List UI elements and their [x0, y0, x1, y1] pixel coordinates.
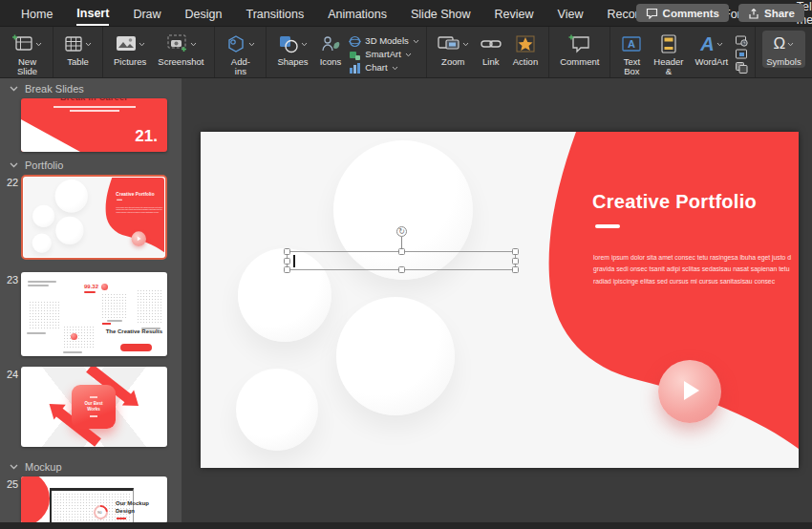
menu-transitions[interactable]: Transitions — [246, 2, 304, 25]
icons-button[interactable]: Icons — [316, 31, 346, 68]
comments-label: Comments — [663, 8, 719, 19]
menu-view[interactable]: View — [558, 2, 584, 25]
smartart-label: SmartArt — [365, 50, 400, 59]
shapes-icon — [278, 34, 299, 53]
slide-24-number: 24 — [0, 367, 21, 447]
slide-body-text[interactable]: lorem ipsum dolor sita amet consec tetu … — [593, 252, 799, 287]
share-label: Share — [764, 8, 795, 19]
section-collapse-icon — [10, 86, 18, 92]
slide-22-thumbnail-selected[interactable]: Creative Portfolio lorem ipsum dolor sit… — [21, 175, 167, 260]
thumb22-title: Creative Portfolio — [116, 192, 154, 197]
menu-bar: Home Insert Draw Design Transitions Anim… — [0, 0, 812, 27]
chevron-down-icon — [35, 42, 42, 47]
menu-draw[interactable]: Draw — [133, 2, 160, 25]
slide-23-thumbnail[interactable]: 99.32 The Creative Results — [21, 272, 167, 356]
editing-canvas[interactable]: Symbols Creative Portfolio lorem ipsum d… — [182, 78, 812, 528]
symbols-button[interactable]: Ω Symbols — [762, 31, 804, 68]
action-button[interactable]: Action — [509, 31, 542, 68]
body-line: lorem ipsum dolor sita amet consec tetu … — [593, 252, 799, 264]
date-time-button[interactable] — [736, 35, 748, 47]
selected-text-box[interactable]: ↻ — [287, 251, 516, 270]
table-button[interactable]: Table — [60, 31, 96, 68]
rotation-handle[interactable]: ↻ — [396, 226, 407, 237]
text-box-icon: A — [621, 34, 642, 53]
3d-models-button[interactable]: 3D Models — [349, 35, 418, 48]
resize-handle-bottom-left[interactable] — [284, 266, 290, 273]
text-box-label: Text Box — [624, 57, 640, 77]
wordart-icon: A — [700, 33, 714, 54]
comment-bubble-icon — [646, 8, 658, 19]
pictures-button[interactable]: Pictures — [110, 31, 150, 68]
comment-icon — [568, 34, 591, 53]
menu-home[interactable]: Home — [21, 2, 53, 25]
chevron-down-icon — [716, 42, 723, 47]
resize-handle-top-middle[interactable] — [398, 248, 405, 255]
zoom-label: Zoom — [441, 57, 464, 67]
slide-thumbnail-panel: Break Slides Break In Career 21. Portfol… — [0, 78, 182, 528]
section-mockup[interactable]: Mockup — [0, 456, 182, 476]
chevron-down-icon — [139, 42, 145, 47]
link-button[interactable]: Link — [477, 31, 505, 68]
comment-button[interactable]: Comment — [556, 31, 603, 68]
slide-number-gutter — [0, 98, 21, 152]
zoom-button[interactable]: Zoom — [434, 31, 473, 68]
section-label: Portfolio — [25, 159, 63, 171]
chart-label: Chart — [365, 63, 387, 73]
menu-design[interactable]: Design — [185, 2, 223, 25]
thumb25-red-circle — [21, 476, 50, 523]
thumb23-button-shape — [120, 344, 152, 351]
menu-animations[interactable]: Animations — [328, 2, 387, 25]
menu-insert[interactable]: Insert — [76, 1, 109, 26]
smartart-icon — [349, 49, 361, 61]
3d-models-icon — [349, 35, 361, 48]
slide-title[interactable]: Creative Portfolio — [592, 191, 757, 213]
section-label: Mockup — [25, 461, 62, 473]
share-button[interactable]: Share — [738, 4, 804, 22]
title-underline-dash — [595, 224, 620, 228]
chevron-down-icon — [85, 42, 92, 47]
resize-handle-bottom-right[interactable] — [512, 266, 519, 273]
resize-handle-top-left[interactable] — [284, 248, 290, 255]
menu-review[interactable]: Review — [495, 2, 534, 25]
wordart-button[interactable]: A WordArt — [692, 31, 733, 68]
text-box-button[interactable]: A Text Box — [617, 31, 646, 78]
rotation-stem — [401, 237, 402, 248]
thumb21-triangle — [21, 119, 80, 152]
comment-label: Comment — [560, 57, 599, 67]
body-line: radiad ipiscinge elitas sed cursus mi cu… — [593, 276, 799, 287]
slide-24-thumbnail[interactable]: Our Best Works — [21, 367, 167, 447]
wordart-label: WordArt — [695, 57, 729, 67]
chart-button[interactable]: Chart — [349, 62, 418, 74]
thumb24-title: Our Best Works — [77, 401, 110, 413]
shapes-button[interactable]: Shapes — [273, 31, 311, 68]
symbols-omega-icon: Ω — [774, 33, 786, 54]
play-button[interactable] — [658, 360, 721, 423]
svg-text:A: A — [628, 38, 635, 50]
slide-21-thumbnail[interactable]: Break In Career 21. — [21, 98, 167, 152]
object-button[interactable] — [736, 62, 748, 74]
chevron-down-icon — [787, 42, 794, 47]
resize-handle-middle-right[interactable] — [512, 258, 519, 264]
chart-icon — [349, 62, 361, 74]
slide-22-editing-surface[interactable]: Creative Portfolio lorem ipsum dolor sit… — [201, 132, 799, 468]
resize-handle-top-right[interactable] — [512, 248, 519, 255]
section-break-slides[interactable]: Break Slides — [0, 78, 182, 98]
thumb23-title: The Creative Results — [106, 328, 162, 334]
menu-slide-show[interactable]: Slide Show — [411, 2, 471, 25]
thumb22-slide-preview: Creative Portfolio lorem ipsum dolor sit… — [24, 178, 164, 257]
smartart-button[interactable]: SmartArt — [349, 49, 418, 61]
resize-handle-bottom-middle[interactable] — [398, 266, 405, 273]
thumb21-title: Break In Career — [21, 98, 167, 102]
comments-button[interactable]: Comments — [636, 4, 729, 22]
thumb25-progress-value: 90 — [97, 510, 101, 515]
screenshot-button[interactable]: Screenshot — [154, 31, 207, 68]
screenshot-label: Screenshot — [158, 57, 203, 67]
link-label: Link — [482, 57, 499, 67]
new-slide-button[interactable]: New Slide — [9, 31, 46, 78]
section-portfolio[interactable]: Portfolio — [0, 155, 182, 175]
add-ins-button[interactable]: Add-ins — [222, 31, 259, 78]
slide-number-button[interactable] — [736, 49, 748, 60]
new-slide-label: New Slide — [17, 57, 37, 77]
resize-handle-middle-left[interactable] — [284, 258, 290, 264]
slide-25-thumbnail[interactable]: 90 Our Mockup Design — [21, 476, 167, 523]
